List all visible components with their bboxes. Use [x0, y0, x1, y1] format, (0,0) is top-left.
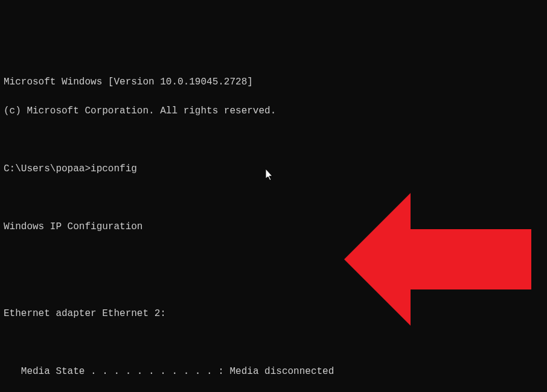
terminal-output[interactable]: Microsoft Windows [Version 10.0.19045.27…: [4, 60, 543, 392]
copyright-line: (c) Microsoft Corporation. All rights re…: [4, 104, 543, 118]
blank-line: [4, 248, 543, 263]
command-text: ipconfig: [91, 163, 137, 174]
prompt-path: C:\Users\popaa>: [4, 163, 91, 174]
media-state-label: Media State . . . . . . . . . . . :: [4, 366, 229, 377]
config-title: Windows IP Configuration: [4, 220, 543, 234]
adapter-title-ethernet2: Ethernet adapter Ethernet 2:: [4, 306, 543, 321]
blank-line: [4, 133, 543, 147]
media-state-value: Media disconnected: [229, 366, 334, 377]
media-state-row: Media State . . . . . . . . . . . : Medi…: [4, 364, 543, 379]
blank-line: [4, 335, 543, 350]
blank-line: [4, 191, 543, 205]
command-line-1: C:\Users\popaa>ipconfig: [4, 162, 543, 176]
version-line: Microsoft Windows [Version 10.0.19045.27…: [4, 75, 543, 89]
blank-line: [4, 277, 543, 292]
